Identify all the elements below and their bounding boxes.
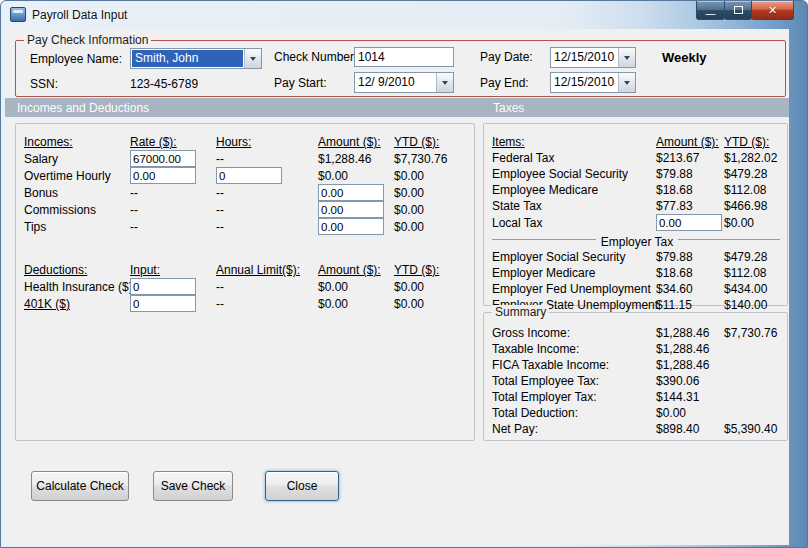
income-row-salary: Salary -- $1,288.46 $7,730.76: [24, 150, 469, 167]
summary-row-total-employer-tax: Total Employer Tax: $144.31: [492, 389, 782, 405]
pay-start-label: Pay Start:: [274, 76, 327, 90]
tax-amount: $11.15: [656, 298, 724, 312]
pay-date-label: Pay Date:: [480, 50, 533, 64]
incomes-header-row: Incomes: Rate ($): Hours: Amount ($): YT…: [24, 134, 469, 150]
chevron-down-icon[interactable]: [244, 49, 261, 68]
deduction-amount: $0.00: [318, 297, 394, 311]
employer-tax-separator: Employer Tax: [492, 232, 782, 249]
overtime-rate-input[interactable]: [130, 167, 196, 184]
tax-row-employer-fed-unemp: Employer Fed Unemployment $34.60 $434.00: [492, 281, 782, 297]
chevron-down-icon[interactable]: [618, 48, 635, 67]
tax-name: Employee Social Security: [492, 167, 656, 181]
check-number-label: Check Number:: [274, 50, 357, 64]
summary-amount: $390.06: [656, 374, 724, 388]
income-name: Overtime Hourly: [24, 169, 130, 183]
income-hours: --: [216, 186, 318, 200]
tax-row-federal: Federal Tax $213.67 $1,282.02: [492, 150, 782, 166]
tax-ytd: $1,282.02: [724, 151, 782, 165]
incomes-col-rate: Rate ($):: [130, 135, 216, 149]
summary-amount: $898.40: [656, 422, 724, 436]
summary-row-total-deduction: Total Deduction: $0.00: [492, 405, 782, 421]
summary-name: FICA Taxable Income:: [492, 358, 656, 372]
tax-name: Employer Medicare: [492, 266, 656, 280]
401k-input[interactable]: [130, 295, 196, 312]
deductions-col-input: Input:: [130, 263, 216, 277]
tax-ytd: $479.28: [724, 167, 782, 181]
check-number-input[interactable]: [354, 47, 454, 67]
tips-amount-input[interactable]: [318, 218, 384, 235]
tax-row-emp-medicare: Employee Medicare $18.68 $112.08: [492, 182, 782, 198]
incomes-col-hours: Hours:: [216, 135, 318, 149]
pay-start-picker[interactable]: 12/ 9/2010: [354, 72, 454, 93]
health-insurance-input[interactable]: [130, 278, 196, 295]
tax-ytd: $140.00: [724, 298, 782, 312]
commissions-amount-input[interactable]: [318, 201, 384, 218]
client-area: Pay Check Information Employee Name: Smi…: [5, 29, 789, 545]
tax-name: Federal Tax: [492, 151, 656, 165]
summary-amount: $1,288.46: [656, 358, 724, 372]
summary-amount: $144.31: [656, 390, 724, 404]
taxes-table: Items: Amount ($): YTD ($): Federal Tax …: [492, 134, 782, 313]
titlebar[interactable]: Payroll Data Input — ✕: [1, 1, 807, 29]
close-window-button[interactable]: ✕: [751, 1, 794, 20]
deduction-ytd: $0.00: [394, 297, 469, 311]
local-tax-input[interactable]: [656, 214, 722, 231]
bonus-amount-input[interactable]: [318, 184, 384, 201]
pay-date-picker[interactable]: 12/15/2010: [550, 47, 636, 68]
chevron-down-icon[interactable]: [618, 73, 635, 92]
tax-amount: $79.88: [656, 167, 724, 181]
incomes-deductions-group: Incomes: Rate ($): Hours: Amount ($): YT…: [15, 123, 475, 441]
deductions-col-limit: Annual Limit($):: [216, 263, 318, 277]
tax-amount: $213.67: [656, 151, 724, 165]
tax-name: Employee Medicare: [492, 183, 656, 197]
summary-ytd: $5,390.40: [724, 422, 782, 436]
summary-name: Total Deduction:: [492, 406, 656, 420]
income-rate: --: [130, 220, 216, 234]
summary-group: Summary Gross Income: $1,288.46 $7,730.7…: [483, 312, 788, 441]
summary-amount: $1,288.46: [656, 342, 724, 356]
salary-rate-input[interactable]: [130, 150, 196, 167]
income-row-tips: Tips -- -- $0.00: [24, 218, 469, 235]
employee-name-value: Smith, John: [132, 50, 243, 67]
window-title: Payroll Data Input: [32, 8, 127, 22]
summary-table: Gross Income: $1,288.46 $7,730.76 Taxabl…: [492, 325, 782, 437]
minimize-button[interactable]: —: [696, 1, 725, 20]
payroll-window: Payroll Data Input — ✕ Pay Check Informa…: [0, 0, 808, 548]
pay-end-label: Pay End:: [480, 76, 529, 90]
minimize-icon: —: [706, 9, 716, 19]
tax-name: Employer Social Security: [492, 250, 656, 264]
overtime-hours-input[interactable]: [216, 167, 282, 184]
income-row-overtime: Overtime Hourly $0.00 $0.00: [24, 167, 469, 184]
incomes-col-ytd: YTD ($):: [394, 135, 469, 149]
pay-end-picker[interactable]: 12/15/2010: [550, 72, 636, 93]
taxes-col-items: Items:: [492, 135, 656, 149]
calculate-check-button[interactable]: Calculate Check: [31, 471, 129, 501]
income-ytd: $0.00: [394, 169, 469, 183]
tax-ytd: $0.00: [724, 216, 782, 230]
chevron-down-icon[interactable]: [436, 73, 453, 92]
summary-ytd: $7,730.76: [724, 326, 782, 340]
taxes-section-title: Taxes: [493, 101, 524, 115]
ssn-value: 123-45-6789: [130, 77, 198, 91]
summary-name: Total Employee Tax:: [492, 374, 656, 388]
close-icon: ✕: [768, 5, 777, 16]
pay-start-value: 12/ 9/2010: [355, 73, 436, 92]
tax-row-state: State Tax $77.83 $466.98: [492, 198, 782, 214]
deductions-col-ytd: YTD ($):: [394, 263, 469, 277]
save-check-button[interactable]: Save Check: [153, 471, 233, 501]
incomes-section-title: Incomes and Deductions: [17, 101, 149, 115]
tax-name: State Tax: [492, 199, 656, 213]
deduction-401k-link[interactable]: 401K ($): [24, 297, 130, 311]
tax-row-employer-medicare: Employer Medicare $18.68 $112.08: [492, 265, 782, 281]
employee-name-combo[interactable]: Smith, John: [130, 48, 262, 69]
tax-amount: $79.88: [656, 250, 724, 264]
tax-amount: $18.68: [656, 266, 724, 280]
incomes-col-name: Incomes:: [24, 135, 130, 149]
close-button[interactable]: Close: [265, 471, 339, 501]
tax-row-local: Local Tax $0.00: [492, 214, 782, 230]
income-ytd: $0.00: [394, 186, 469, 200]
maximize-button[interactable]: [724, 1, 752, 20]
income-row-commissions: Commissions -- -- $0.00: [24, 201, 469, 218]
summary-row-gross: Gross Income: $1,288.46 $7,730.76: [492, 325, 782, 341]
incomes-table: Incomes: Rate ($): Hours: Amount ($): YT…: [24, 134, 469, 312]
